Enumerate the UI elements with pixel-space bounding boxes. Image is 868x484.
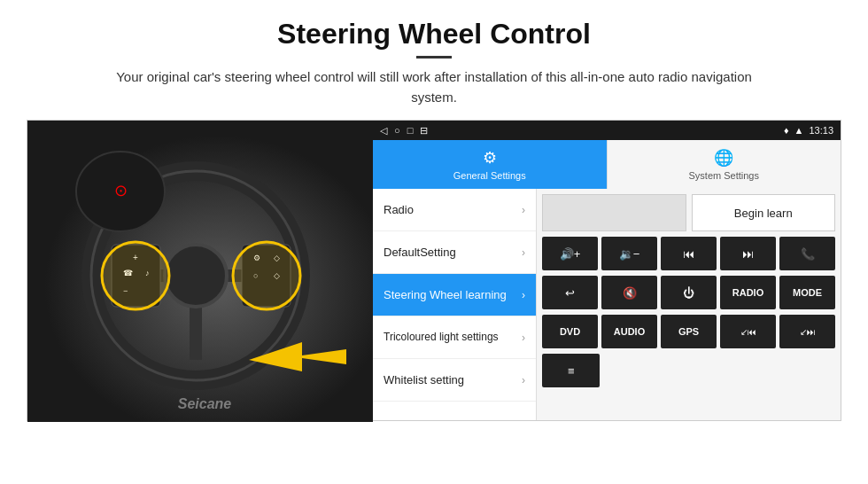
spacer bbox=[603, 354, 835, 387]
audio-button[interactable]: AUDIO bbox=[601, 315, 657, 348]
svg-point-17 bbox=[102, 242, 169, 309]
mute-button[interactable]: 🔇 bbox=[601, 276, 657, 309]
location-icon: ♦ bbox=[784, 125, 789, 136]
tab-bar: ⚙ General Settings 🌐 System Settings bbox=[373, 140, 841, 189]
control-grid-row4: ≡ bbox=[542, 354, 835, 387]
chevron-whitelist: › bbox=[522, 374, 525, 386]
status-nav-icons: ◁ ○ □ ⊟ bbox=[380, 125, 428, 137]
vol-up-button[interactable]: 🔊+ bbox=[542, 237, 598, 270]
wifi-icon: ▲ bbox=[794, 125, 804, 136]
gps-button[interactable]: GPS bbox=[661, 315, 717, 348]
page-subtitle: Your original car's steering wheel contr… bbox=[115, 67, 753, 107]
chevron-tricoloured: › bbox=[522, 332, 525, 344]
menu-steering-label: Steering Wheel learning bbox=[384, 288, 507, 301]
chevron-radio: › bbox=[522, 204, 525, 216]
menu-radio-label: Radio bbox=[384, 203, 414, 216]
general-settings-icon: ⚙ bbox=[483, 148, 497, 168]
menu-item-steering[interactable]: Steering Wheel learning › bbox=[373, 274, 536, 316]
svg-point-6 bbox=[165, 245, 227, 307]
control-grid-row3: DVD AUDIO GPS ↙⏮ ↙⏭ bbox=[542, 315, 835, 348]
status-right: ♦ ▲ 13:13 bbox=[784, 125, 833, 136]
right-panel: Begin learn 🔊+ 🔉− ⏮ ⏭ 📞 ↩ 🔇 ⏻ bbox=[537, 189, 841, 420]
tab-general-label: General Settings bbox=[453, 170, 526, 181]
page-title: Steering Wheel Control bbox=[27, 18, 841, 51]
radio-button[interactable]: RADIO bbox=[720, 276, 776, 309]
home-icon[interactable]: ○ bbox=[394, 125, 400, 136]
phone-button[interactable]: 📞 bbox=[779, 237, 835, 270]
page-wrapper: Steering Wheel Control Your original car… bbox=[0, 0, 868, 430]
svg-text:⊙: ⊙ bbox=[114, 182, 128, 199]
begin-learn-button[interactable]: Begin learn bbox=[692, 194, 836, 231]
clock: 13:13 bbox=[809, 125, 833, 136]
status-bar: ◁ ○ □ ⊟ ♦ ▲ 13:13 bbox=[373, 121, 841, 140]
chevron-default: › bbox=[522, 246, 525, 259]
empty-input-box bbox=[542, 194, 686, 231]
dvd-button[interactable]: DVD bbox=[542, 315, 598, 348]
tab-system-label: System Settings bbox=[689, 170, 759, 181]
vol-down-button[interactable]: 🔉− bbox=[601, 237, 657, 270]
chevron-steering: › bbox=[522, 289, 525, 301]
mode-button[interactable]: MODE bbox=[779, 276, 835, 309]
src-next-button[interactable]: ↙⏭ bbox=[779, 315, 835, 348]
left-menu: Radio › DefaultSetting › Steering Wheel … bbox=[373, 189, 537, 420]
next-track-button[interactable]: ⏭ bbox=[720, 237, 776, 270]
tab-system[interactable]: 🌐 System Settings bbox=[607, 140, 841, 189]
recents-icon[interactable]: □ bbox=[407, 125, 414, 136]
screenshot-icon[interactable]: ⊟ bbox=[420, 125, 428, 137]
title-divider bbox=[416, 56, 452, 59]
src-prev-button[interactable]: ↙⏮ bbox=[720, 315, 776, 348]
svg-text:Seicane: Seicane bbox=[178, 396, 232, 411]
menu-item-tricoloured[interactable]: Tricoloured light settings › bbox=[373, 316, 536, 359]
control-grid-row2: ↩ 🔇 ⏻ RADIO MODE bbox=[542, 276, 835, 309]
call-end-button[interactable]: ↩ bbox=[542, 276, 598, 309]
menu-default-label: DefaultSetting bbox=[384, 246, 456, 259]
prev-track-button[interactable]: ⏮ bbox=[661, 237, 717, 270]
menu-item-radio[interactable]: Radio › bbox=[373, 189, 536, 231]
title-section: Steering Wheel Control Your original car… bbox=[27, 18, 841, 107]
steering-wheel-svg: + ☎ ♪ − ⚙ ◇ ○ ◇ ⊙ bbox=[27, 121, 373, 422]
back-icon[interactable]: ◁ bbox=[380, 125, 387, 137]
menu-icon-button[interactable]: ≡ bbox=[542, 354, 600, 387]
tab-general[interactable]: ⚙ General Settings bbox=[373, 140, 607, 189]
menu-item-whitelist[interactable]: Whitelist setting › bbox=[373, 359, 536, 402]
control-grid-row1: 🔊+ 🔉− ⏮ ⏭ 📞 bbox=[542, 237, 835, 270]
menu-whitelist-label: Whitelist setting bbox=[384, 373, 464, 386]
power-button[interactable]: ⏻ bbox=[661, 276, 717, 309]
row-1: Begin learn bbox=[542, 194, 835, 231]
svg-point-18 bbox=[233, 242, 300, 309]
steering-background: + ☎ ♪ − ⚙ ◇ ○ ◇ ⊙ bbox=[27, 121, 373, 422]
android-ui: ◁ ○ □ ⊟ ♦ ▲ 13:13 ⚙ General Settings bbox=[373, 121, 841, 420]
system-settings-icon: 🌐 bbox=[714, 148, 733, 168]
content-area: + ☎ ♪ − ⚙ ◇ ○ ◇ ⊙ bbox=[27, 120, 841, 421]
menu-item-default[interactable]: DefaultSetting › bbox=[373, 231, 536, 274]
main-split: Radio › DefaultSetting › Steering Wheel … bbox=[373, 189, 841, 420]
car-image-area: + ☎ ♪ − ⚙ ◇ ○ ◇ ⊙ bbox=[27, 121, 373, 422]
menu-tricoloured-label: Tricoloured light settings bbox=[384, 331, 499, 343]
